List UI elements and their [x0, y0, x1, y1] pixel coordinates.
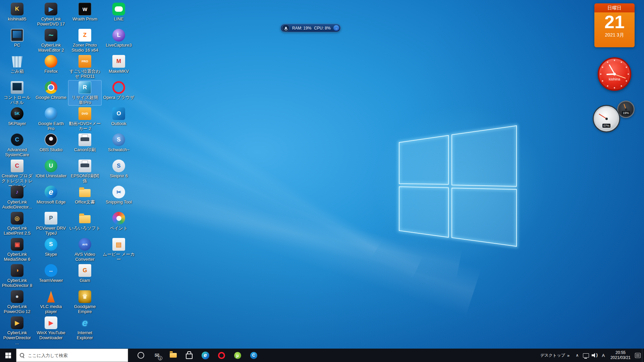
desktop-icon-firefox[interactable]: Firefox	[35, 54, 67, 74]
action-center-icon	[635, 353, 641, 358]
cpu-gauge-value: 07%	[602, 124, 610, 128]
taskbar-explorer-icon[interactable]	[165, 349, 181, 362]
desktop-icon-schwatch[interactable]: Schwatch~	[102, 133, 135, 153]
taskbar-store-icon[interactable]	[181, 349, 197, 362]
desktop-icon-snipping[interactable]: Snipping Tool	[102, 185, 135, 205]
desktop-icon-label: WinX YouTube Downloader	[35, 330, 67, 341]
desktop-icon-opera-app[interactable]: Opera ブラウザ	[102, 80, 135, 100]
desktop-icon-label: Snipping Tool	[106, 200, 132, 205]
calendar-weekday: 日曜日	[594, 5, 635, 11]
desktop-icon-sleipnir[interactable]: Sleipnir 6	[102, 159, 135, 179]
taskbar-search[interactable]	[16, 349, 128, 362]
start-button[interactable]	[0, 349, 16, 362]
tray-clock[interactable]: 20:55 2021/03/21	[608, 349, 633, 362]
desktop-icon-epson-print[interactable]: EPSON印刷関係	[68, 159, 101, 184]
cl-labelprint-icon	[11, 212, 23, 225]
desktop-icon-canon-print[interactable]: Canon印刷	[68, 133, 101, 153]
desktop-icon-vlc[interactable]: VLC media player	[35, 290, 67, 314]
desktop-icon-label: リサイズ超簡単!Pro	[69, 95, 101, 105]
taskbar-mail-icon[interactable]: 1	[149, 349, 165, 362]
desktop-icon-google-earth[interactable]: Google Earth Pro	[35, 107, 67, 131]
search-input[interactable]	[27, 349, 128, 362]
desktop-icon-chrome[interactable]: Google Chrome	[35, 80, 67, 100]
desktop-icon-iobit[interactable]: IObit Uninstaller	[35, 159, 67, 179]
desktop-icon-cl-waveeditor[interactable]: CyberLink WaveEditor 2	[35, 28, 67, 53]
desktop-icon-pcviewer[interactable]: PCViewer DRV TypeJ	[35, 211, 67, 236]
desktop-icon-label: VLC media player	[35, 304, 67, 314]
desktop-icon-dvd-maker[interactable]: 動画×DVD×メーカー 2	[68, 107, 101, 131]
desktop-icon-makemkv[interactable]: MakeMKV	[102, 54, 135, 74]
sleipnir-icon	[112, 160, 125, 172]
taskbar-cortana-icon[interactable]	[133, 349, 149, 362]
desktop-icon-teamviewer[interactable]: TeamViewer	[35, 263, 67, 283]
desktop-icon-outlook[interactable]: Outlook	[102, 107, 135, 126]
desktop-icon-cl-powerdirector[interactable]: CyberLink PowerDirector ...	[1, 316, 34, 345]
desktop-icon-avs[interactable]: AVS Video Converter	[68, 237, 101, 262]
desktop-icon-pc[interactable]: PC	[1, 28, 34, 48]
desktop-icon-giam[interactable]: Giam	[68, 263, 101, 283]
desktop-icon-5kplayer[interactable]: 5KPlayer	[1, 107, 34, 126]
desktop-icon-cl-mediashow[interactable]: CyberLink MediaShow 6	[1, 237, 34, 262]
ime-indicator[interactable]: A	[599, 349, 608, 362]
action-center-button[interactable]	[633, 349, 642, 362]
desktop-icon-label: LiveCapture3	[106, 43, 131, 48]
volume-button[interactable]	[590, 349, 599, 362]
desktop-icon-winx[interactable]: WinX YouTube Downloader	[35, 316, 67, 341]
desktop-icon-line[interactable]: LINE	[102, 2, 135, 22]
desktop-icon-ie[interactable]: Internet Explorer	[68, 316, 101, 341]
ram-cpu-widget[interactable]: RAM: 19% CPU: 8%	[280, 24, 341, 32]
desktop-icon-obs[interactable]: OBS Studio	[35, 133, 67, 153]
toolbar-overflow-icon[interactable]: »	[567, 353, 570, 358]
desktop-icon-label: CyberLink PhotoDirector 8	[1, 278, 33, 288]
desktop-icon-label: CyberLink LabelPrint 2.5	[1, 226, 33, 236]
desktop-icon-label: ごみ箱	[10, 69, 24, 74]
desktop-icon-control-panel[interactable]: コントロール パネル	[1, 80, 34, 105]
desktop-icon-cl-powerdvd[interactable]: CyberLink PowerDVD 17	[35, 2, 67, 27]
clock-face: kishina	[598, 57, 631, 91]
network-button[interactable]	[582, 349, 590, 362]
desktop-icon-user-app[interactable]: kishina85	[1, 2, 34, 22]
snipping-icon	[112, 186, 125, 198]
analog-clock-gadget[interactable]: kishina	[598, 57, 631, 91]
cpu-usage-label: CPU: 8%	[314, 26, 330, 31]
taskbar-edge-icon[interactable]	[197, 349, 213, 362]
desktop-icon-label: Firefox	[44, 69, 58, 74]
calendar-gadget[interactable]: 日曜日 21 2021 3月	[594, 3, 635, 47]
mic-button[interactable]	[282, 24, 289, 32]
desktop-icon-goodgame[interactable]: Goodgame Empire	[68, 290, 101, 314]
taskbar-utorrent-icon[interactable]	[229, 349, 246, 362]
desktop-icon-creative[interactable]: Creative プロダクトレジストレーション	[1, 159, 34, 188]
desktop-icon-office-docs[interactable]: Office文書	[68, 185, 101, 205]
desktop-icon-cl-power2go[interactable]: CyberLink Power2Go 12	[1, 290, 34, 314]
desktop-icon-edge-app[interactable]: Microsoft Edge	[35, 185, 67, 205]
desktop-icon-cl-photodirector[interactable]: CyberLink PhotoDirector 8	[1, 263, 34, 288]
desktop-toolbar[interactable]: デスクトップ »	[537, 349, 573, 362]
desktop-icon-livecapture[interactable]: LiveCapture3	[102, 28, 135, 48]
desktop-icon-cl-audiodirector[interactable]: CyberLink AudioDirector...	[1, 185, 34, 210]
desktop-icon-zoner[interactable]: Zoner Photo Studio 16 x64	[68, 28, 101, 53]
taskbar-opera-icon[interactable]	[213, 349, 229, 362]
zoner-icon	[78, 29, 91, 42]
show-desktop-strip[interactable]	[642, 349, 644, 362]
desktop-icon-resize-pro[interactable]: リサイズ超簡単!Pro	[68, 80, 101, 105]
system-meter-gadget[interactable]: 19% 07%	[594, 101, 637, 135]
desktop-icon-label: すごい位置合わせ PRO11	[69, 69, 101, 79]
desktop-icon-label: Sleipnir 6	[110, 174, 128, 179]
desktop-icon-sugoi[interactable]: すごい位置合わせ PRO11	[68, 54, 101, 79]
cpu-gauge: 07%	[594, 106, 619, 131]
desktop-icon-asc[interactable]: Advanced SystemCare	[1, 133, 34, 158]
desktop-icon-movie-maker[interactable]: ムービー メーカー	[102, 237, 135, 262]
arrow-button[interactable]	[333, 25, 339, 31]
line-icon	[112, 3, 125, 15]
hidden-icons-chevron[interactable]: ∧	[573, 349, 582, 362]
cl-powerdirector-icon	[11, 316, 23, 329]
wraith-icon	[78, 3, 91, 15]
desktop-icon-recycle-bin[interactable]: ごみ箱	[1, 54, 34, 74]
desktop-icon-paint[interactable]: ペイント	[102, 211, 135, 231]
desktop-icon-cl-labelprint[interactable]: CyberLink LabelPrint 2.5	[1, 211, 34, 236]
desktop-icon-skype[interactable]: Skype	[35, 237, 67, 257]
taskbar-appc-icon[interactable]	[246, 349, 262, 362]
desktop-icon-iroiro-soft[interactable]: いろいろソフト	[68, 211, 101, 231]
clock-hour-marker	[602, 66, 603, 68]
desktop-icon-wraith[interactable]: Wraith Prism	[68, 2, 101, 22]
